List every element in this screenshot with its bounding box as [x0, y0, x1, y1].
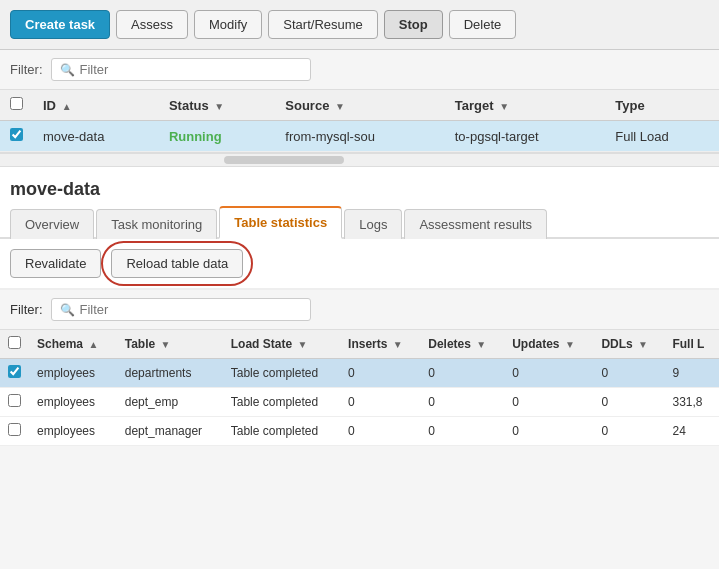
select-all-checkbox[interactable] — [10, 97, 23, 110]
stats-row-deletes: 0 — [420, 359, 504, 388]
assess-button[interactable]: Assess — [116, 10, 188, 39]
filter-label: Filter: — [10, 62, 43, 77]
reload-table-data-button[interactable]: Reload table data — [111, 249, 243, 278]
start-resume-button[interactable]: Start/Resume — [268, 10, 377, 39]
stats-row-updates: 0 — [504, 359, 593, 388]
stats-row-checkbox-cell[interactable] — [0, 388, 29, 417]
stats-table-wrap: Schema ▲ Table ▼ Load State ▼ Inserts ▼ … — [0, 330, 719, 446]
stats-row-schema: employees — [29, 388, 117, 417]
main-table-header-status[interactable]: Status ▼ — [159, 90, 275, 121]
stats-row-ddls: 0 — [593, 388, 664, 417]
stats-row-ddls: 0 — [593, 359, 664, 388]
stats-header-table[interactable]: Table ▼ — [117, 330, 223, 359]
stats-row-checkbox[interactable] — [8, 423, 21, 436]
sort-schema: ▲ — [88, 339, 98, 350]
stats-header-ddls[interactable]: DDLs ▼ — [593, 330, 664, 359]
reload-table-data-wrap: Reload table data — [111, 249, 243, 278]
tab-overview[interactable]: Overview — [10, 209, 94, 239]
tab-task-monitoring[interactable]: Task monitoring — [96, 209, 217, 239]
stats-header-full-l: Full L — [664, 330, 719, 359]
stats-filter-row: Filter: 🔍 — [0, 289, 719, 330]
tabs-row: Overview Task monitoring Table statistic… — [0, 206, 719, 239]
stats-header-schema[interactable]: Schema ▲ — [29, 330, 117, 359]
main-table-header-source[interactable]: Source ▼ — [275, 90, 444, 121]
stats-row-checkbox-cell[interactable] — [0, 359, 29, 388]
stats-header-deletes[interactable]: Deletes ▼ — [420, 330, 504, 359]
stats-header-inserts[interactable]: Inserts ▼ — [340, 330, 420, 359]
stats-row-schema: employees — [29, 359, 117, 388]
sort-arrow-id: ▲ — [62, 101, 72, 112]
stats-row-deletes: 0 — [420, 388, 504, 417]
stats-row-load-state: Table completed — [223, 388, 340, 417]
stats-table-row[interactable]: employees dept_manager Table completed 0… — [0, 417, 719, 446]
main-toolbar: Create task Assess Modify Start/Resume S… — [0, 0, 719, 50]
tab-table-statistics[interactable]: Table statistics — [219, 206, 342, 239]
stats-row-schema: employees — [29, 417, 117, 446]
modify-button[interactable]: Modify — [194, 10, 262, 39]
sort-arrow-source: ▼ — [335, 101, 345, 112]
stats-row-inserts: 0 — [340, 417, 420, 446]
main-filter-input[interactable] — [80, 62, 302, 77]
stats-row-deletes: 0 — [420, 417, 504, 446]
stats-table-row[interactable]: employees departments Table completed 0 … — [0, 359, 719, 388]
row-source: from-mysql-sou — [275, 121, 444, 152]
sort-ddls: ▼ — [638, 339, 648, 350]
stats-row-inserts: 0 — [340, 359, 420, 388]
stats-header-load-state[interactable]: Load State ▼ — [223, 330, 340, 359]
sort-arrow-target: ▼ — [499, 101, 509, 112]
sort-arrow-status: ▼ — [214, 101, 224, 112]
main-table-wrap: ID ▲ Status ▼ Source ▼ Target ▼ Type — [0, 90, 719, 153]
filter-input-wrap: 🔍 — [51, 58, 311, 81]
main-filter-row: Filter: 🔍 — [0, 50, 719, 90]
section-title: move-data — [0, 167, 719, 206]
main-table-scrollbar[interactable] — [0, 153, 719, 167]
row-target: to-pgsql-target — [445, 121, 606, 152]
tab-assessment-results[interactable]: Assessment results — [404, 209, 547, 239]
sort-load-state: ▼ — [297, 339, 307, 350]
sort-table: ▼ — [161, 339, 171, 350]
stats-table-row[interactable]: employees dept_emp Table completed 0 0 0… — [0, 388, 719, 417]
sort-updates: ▼ — [565, 339, 575, 350]
delete-button[interactable]: Delete — [449, 10, 517, 39]
sub-toolbar: Revalidate Reload table data — [0, 239, 719, 289]
scrollbar-thumb[interactable] — [224, 156, 344, 164]
main-table-header-id[interactable]: ID ▲ — [33, 90, 159, 121]
row-checkbox-cell[interactable] — [0, 121, 33, 152]
stats-row-full-l: 331,8 — [664, 388, 719, 417]
stats-filter-label: Filter: — [10, 302, 43, 317]
stats-select-all[interactable] — [8, 336, 21, 349]
stats-row-updates: 0 — [504, 388, 593, 417]
stop-button[interactable]: Stop — [384, 10, 443, 39]
main-table: ID ▲ Status ▼ Source ▼ Target ▼ Type — [0, 90, 719, 152]
stats-filter-input-wrap: 🔍 — [51, 298, 311, 321]
stats-row-checkbox-cell[interactable] — [0, 417, 29, 446]
stats-row-table: departments — [117, 359, 223, 388]
stats-row-checkbox[interactable] — [8, 365, 21, 378]
stats-row-table: dept_emp — [117, 388, 223, 417]
tab-logs[interactable]: Logs — [344, 209, 402, 239]
table-row[interactable]: move-data Running from-mysql-sou to-pgsq… — [0, 121, 719, 152]
sort-inserts: ▼ — [393, 339, 403, 350]
create-task-button[interactable]: Create task — [10, 10, 110, 39]
stats-row-table: dept_manager — [117, 417, 223, 446]
main-table-header-type: Type — [605, 90, 719, 121]
row-id: move-data — [33, 121, 159, 152]
row-checkbox[interactable] — [10, 128, 23, 141]
revalidate-button[interactable]: Revalidate — [10, 249, 101, 278]
stats-row-load-state: Table completed — [223, 359, 340, 388]
stats-filter-input[interactable] — [80, 302, 302, 317]
stats-header-checkbox[interactable] — [0, 330, 29, 359]
main-table-header-target[interactable]: Target ▼ — [445, 90, 606, 121]
stats-row-checkbox[interactable] — [8, 394, 21, 407]
row-status: Running — [159, 121, 275, 152]
search-icon: 🔍 — [60, 63, 75, 77]
stats-row-load-state: Table completed — [223, 417, 340, 446]
stats-table: Schema ▲ Table ▼ Load State ▼ Inserts ▼ … — [0, 330, 719, 446]
sort-deletes: ▼ — [476, 339, 486, 350]
stats-row-ddls: 0 — [593, 417, 664, 446]
stats-row-updates: 0 — [504, 417, 593, 446]
stats-row-full-l: 24 — [664, 417, 719, 446]
main-table-header-checkbox[interactable] — [0, 90, 33, 121]
row-type: Full Load — [605, 121, 719, 152]
stats-header-updates[interactable]: Updates ▼ — [504, 330, 593, 359]
